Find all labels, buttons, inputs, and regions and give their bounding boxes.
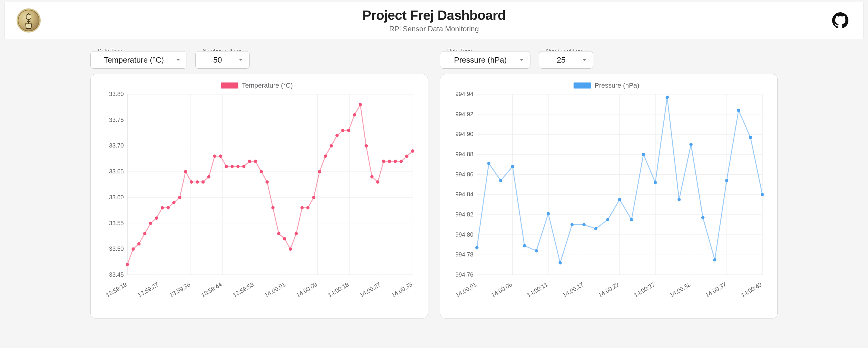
data-point[interactable] bbox=[347, 129, 350, 132]
data-point[interactable] bbox=[318, 170, 321, 173]
data-point[interactable] bbox=[341, 129, 344, 132]
x-tick-label: 14:00:27 bbox=[633, 281, 656, 298]
data-point[interactable] bbox=[606, 218, 610, 221]
x-tick-label: 14:00:09 bbox=[295, 281, 318, 298]
data-point[interactable] bbox=[248, 160, 251, 163]
data-point[interactable] bbox=[761, 193, 764, 196]
data-point[interactable] bbox=[295, 232, 298, 235]
data-point[interactable] bbox=[166, 206, 170, 210]
data-point[interactable] bbox=[399, 160, 403, 163]
data-point[interactable] bbox=[254, 160, 257, 163]
data-point[interactable] bbox=[725, 179, 728, 182]
data-point[interactable] bbox=[665, 96, 669, 99]
data-point[interactable] bbox=[201, 180, 205, 184]
data-point[interactable] bbox=[594, 227, 598, 230]
data-point[interactable] bbox=[155, 216, 158, 220]
y-tick-label: 33.70 bbox=[109, 142, 124, 149]
select-num-items-left[interactable]: 50 bbox=[195, 51, 250, 69]
chart-legend-temperature[interactable]: Temperature (°C) bbox=[95, 81, 418, 90]
y-tick-label: 994.86 bbox=[456, 171, 473, 177]
data-point[interactable] bbox=[678, 198, 681, 201]
data-point[interactable] bbox=[126, 263, 129, 266]
data-point[interactable] bbox=[225, 165, 228, 168]
data-point[interactable] bbox=[376, 180, 379, 184]
data-point[interactable] bbox=[364, 144, 368, 147]
legend-swatch bbox=[221, 82, 239, 89]
data-point[interactable] bbox=[630, 218, 633, 221]
data-point[interactable] bbox=[283, 237, 286, 241]
select-data-type-right[interactable]: Pressure (hPa) bbox=[440, 51, 530, 69]
data-point[interactable] bbox=[713, 258, 716, 262]
data-point[interactable] bbox=[582, 223, 586, 227]
github-link[interactable] bbox=[832, 12, 848, 29]
data-point[interactable] bbox=[737, 109, 740, 112]
data-point[interactable] bbox=[230, 165, 234, 168]
x-tick-label: 14:00:27 bbox=[359, 281, 382, 298]
data-point[interactable] bbox=[173, 201, 176, 204]
data-point[interactable] bbox=[570, 223, 574, 227]
data-point[interactable] bbox=[353, 113, 356, 116]
data-point[interactable] bbox=[475, 246, 478, 250]
data-point[interactable] bbox=[306, 206, 310, 210]
data-point[interactable] bbox=[642, 153, 645, 156]
y-tick-label: 33.80 bbox=[109, 91, 124, 97]
data-point[interactable] bbox=[213, 154, 216, 158]
data-point[interactable] bbox=[271, 206, 275, 210]
data-point[interactable] bbox=[654, 181, 657, 184]
select-data-type-left[interactable]: Temperature (°C) bbox=[90, 51, 187, 69]
data-point[interactable] bbox=[260, 170, 263, 173]
data-point[interactable] bbox=[289, 247, 292, 251]
data-point[interactable] bbox=[149, 221, 152, 225]
data-point[interactable] bbox=[511, 165, 514, 168]
data-point[interactable] bbox=[749, 136, 752, 139]
data-point[interactable] bbox=[312, 196, 315, 199]
data-point[interactable] bbox=[535, 249, 538, 252]
data-point[interactable] bbox=[370, 175, 374, 178]
data-point[interactable] bbox=[266, 180, 269, 184]
data-point[interactable] bbox=[523, 244, 526, 247]
data-point[interactable] bbox=[689, 143, 692, 146]
data-point[interactable] bbox=[411, 149, 414, 152]
chart-legend-pressure[interactable]: Pressure (hPa) bbox=[444, 81, 768, 90]
data-point[interactable] bbox=[277, 232, 281, 235]
data-point[interactable] bbox=[701, 216, 705, 219]
y-tick-label: 994.82 bbox=[456, 211, 473, 218]
data-point[interactable] bbox=[219, 154, 222, 158]
chart-temperature: 33.4533.5033.5533.6033.6533.7033.7533.80… bbox=[95, 91, 418, 311]
x-tick-label: 14:00:17 bbox=[561, 281, 585, 298]
data-point[interactable] bbox=[405, 154, 409, 158]
data-point[interactable] bbox=[301, 206, 304, 210]
data-point[interactable] bbox=[388, 160, 391, 163]
x-tick-label: 13:59:27 bbox=[136, 281, 160, 298]
y-tick-label: 994.76 bbox=[456, 271, 473, 278]
data-point[interactable] bbox=[382, 160, 385, 163]
chevron-down-icon bbox=[175, 57, 181, 63]
data-point[interactable] bbox=[143, 232, 147, 235]
data-point[interactable] bbox=[324, 154, 327, 158]
data-point[interactable] bbox=[178, 196, 181, 199]
data-point[interactable] bbox=[394, 160, 397, 163]
select-value: 50 bbox=[213, 56, 222, 65]
data-point[interactable] bbox=[336, 134, 339, 137]
series-line bbox=[127, 104, 412, 264]
data-point[interactable] bbox=[558, 261, 562, 265]
data-point[interactable] bbox=[131, 247, 135, 251]
data-point[interactable] bbox=[195, 180, 199, 184]
data-point[interactable] bbox=[330, 144, 333, 147]
data-point[interactable] bbox=[547, 212, 550, 215]
data-point[interactable] bbox=[184, 170, 187, 173]
data-point[interactable] bbox=[618, 198, 621, 201]
select-num-items-right[interactable]: 25 bbox=[539, 51, 593, 69]
x-tick-label: 14:00:11 bbox=[526, 281, 549, 298]
data-point[interactable] bbox=[359, 103, 362, 106]
data-point[interactable] bbox=[190, 180, 193, 184]
data-point[interactable] bbox=[236, 165, 240, 168]
data-point[interactable] bbox=[137, 242, 141, 246]
data-point[interactable] bbox=[499, 179, 502, 182]
x-tick-label: 14:00:32 bbox=[669, 281, 692, 298]
data-point[interactable] bbox=[487, 162, 490, 165]
data-point[interactable] bbox=[242, 165, 246, 168]
github-icon bbox=[832, 12, 848, 29]
data-point[interactable] bbox=[207, 175, 211, 178]
data-point[interactable] bbox=[161, 206, 164, 210]
